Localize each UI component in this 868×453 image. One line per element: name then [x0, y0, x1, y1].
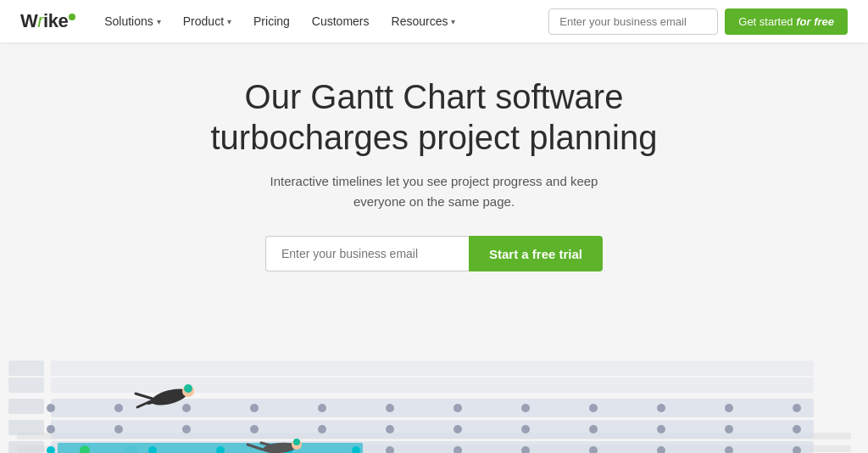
svg-point-28: [725, 404, 733, 412]
nav-cta-area: Get started for free: [548, 8, 848, 35]
svg-rect-8: [58, 443, 363, 453]
nav-email-input[interactable]: [548, 8, 718, 35]
svg-point-39: [657, 425, 665, 433]
gantt-illustration: [0, 314, 868, 453]
svg-point-33: [250, 425, 259, 433]
svg-rect-17: [51, 378, 814, 393]
hero-title: Our Gantt Chart software turbocharges pr…: [17, 76, 851, 158]
chevron-down-icon: ▾: [157, 17, 161, 26]
svg-line-84: [136, 394, 153, 399]
nav-item-product[interactable]: Product ▾: [173, 9, 242, 33]
svg-rect-11: [8, 420, 44, 435]
svg-point-24: [453, 404, 462, 412]
svg-point-18: [47, 404, 55, 412]
svg-point-26: [589, 404, 598, 412]
svg-point-34: [318, 425, 326, 433]
hero-email-input[interactable]: [265, 236, 469, 271]
svg-point-30: [47, 425, 55, 433]
svg-point-41: [793, 425, 801, 433]
logo[interactable]: Wrike: [20, 10, 75, 32]
nav-cta-button[interactable]: Get started for free: [725, 8, 848, 35]
svg-point-29: [793, 404, 801, 412]
chevron-down-icon: ▾: [227, 17, 231, 26]
nav-items: Solutions ▾ Product ▾ Pricing Customers …: [94, 9, 545, 33]
svg-rect-10: [8, 399, 44, 414]
nav-item-pricing[interactable]: Pricing: [243, 9, 300, 33]
svg-point-40: [725, 425, 733, 433]
svg-rect-15: [8, 378, 44, 393]
svg-rect-16: [51, 361, 814, 376]
svg-point-22: [318, 404, 326, 412]
hero-cta-button[interactable]: Start a free trial: [469, 236, 603, 271]
nav-item-customers[interactable]: Customers: [302, 9, 380, 33]
svg-point-82: [184, 384, 192, 393]
svg-point-27: [657, 404, 665, 412]
svg-point-31: [114, 425, 123, 433]
svg-rect-14: [8, 361, 44, 376]
logo-text: Wrike: [20, 10, 75, 32]
gantt-chart-svg: [0, 314, 868, 453]
navbar: Wrike Solutions ▾ Product ▾ Pricing Cust…: [0, 0, 868, 42]
hero-form: Start a free trial: [17, 236, 851, 271]
hero-subtitle: Interactive timelines let you see projec…: [17, 171, 851, 212]
svg-point-19: [114, 404, 123, 412]
svg-point-88: [293, 439, 300, 445]
svg-point-20: [182, 404, 191, 412]
svg-point-23: [386, 404, 394, 412]
chevron-down-icon: ▾: [451, 17, 455, 26]
nav-item-solutions[interactable]: Solutions ▾: [94, 9, 171, 33]
svg-point-35: [386, 425, 394, 433]
svg-rect-5: [51, 420, 814, 439]
svg-point-36: [453, 425, 462, 433]
svg-point-21: [250, 404, 259, 412]
svg-point-38: [589, 425, 598, 433]
svg-point-37: [521, 425, 530, 433]
svg-point-25: [521, 404, 530, 412]
svg-point-32: [182, 425, 191, 433]
nav-item-resources[interactable]: Resources ▾: [381, 9, 466, 33]
hero-section: Our Gantt Chart software turbocharges pr…: [0, 42, 868, 314]
svg-rect-12: [8, 441, 44, 453]
